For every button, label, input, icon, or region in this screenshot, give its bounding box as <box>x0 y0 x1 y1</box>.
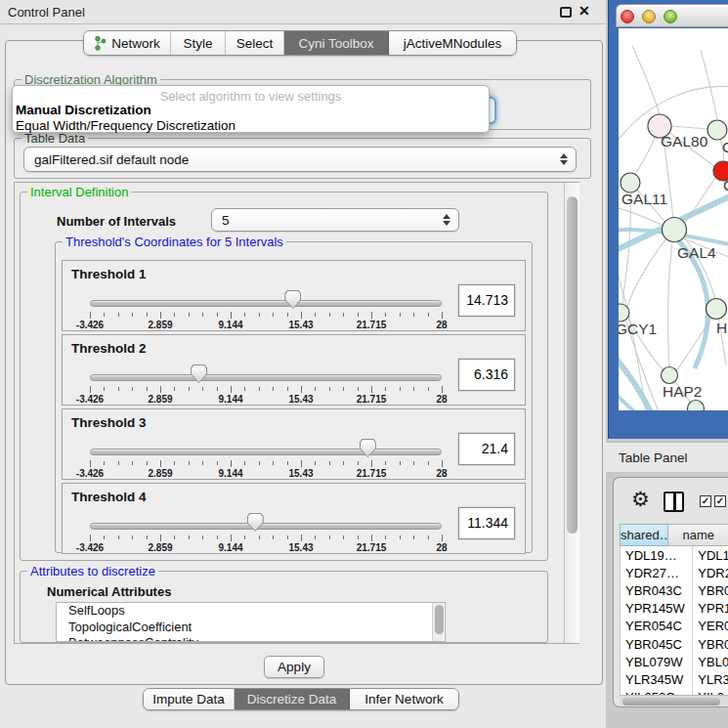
slider-tick-label: 2.859 <box>148 542 172 553</box>
node-gal4[interactable] <box>663 218 687 242</box>
number-of-intervals-label: Number of Intervals <box>57 214 176 229</box>
slider-track[interactable] <box>90 523 442 530</box>
threshold-panel: Threshold 2 -3.4262.8599.14415.4321.7152… <box>62 334 526 406</box>
minimize-traffic-light-icon[interactable] <box>642 10 656 23</box>
slider-track[interactable] <box>90 374 442 381</box>
float-window-icon[interactable] <box>560 7 572 18</box>
list-scrollbar[interactable] <box>432 603 444 641</box>
close-traffic-light-icon[interactable] <box>621 10 634 23</box>
slider-tick-label: 15.43 <box>288 320 313 330</box>
tab-infer-network[interactable]: Infer Network <box>350 689 458 709</box>
tab-discretize-data-label: Discretize Data <box>247 692 337 707</box>
checkbox-icon[interactable]: ✓ <box>714 495 726 507</box>
node-hap2[interactable] <box>662 367 678 384</box>
top-tab-bar: Network Style Select Cyni Toolbox jActiv… <box>83 30 517 56</box>
slider-tick-label: 2.859 <box>148 320 172 330</box>
node-h[interactable] <box>707 299 727 320</box>
zoom-traffic-light-icon[interactable] <box>664 10 677 23</box>
node-table: shared… name YDL19…YDL1YDR27…YDR2YBR043C… <box>620 524 728 706</box>
slider-track[interactable] <box>90 449 442 455</box>
algorithm-dropdown-popup: Select algorithm to view settings Manual… <box>12 85 490 133</box>
slider-tick-label: -3.426 <box>76 542 104 553</box>
tab-discretize-data[interactable]: Discretize Data <box>235 689 350 709</box>
tab-jactivemnodules[interactable]: jActiveMNodules <box>389 31 516 55</box>
slider-tick-label: -3.426 <box>76 320 104 330</box>
attribute-list-item[interactable]: SelfLoops <box>57 603 445 620</box>
table-row[interactable]: YER054CYER0 <box>621 618 728 635</box>
threshold-label: Threshold 2 <box>71 341 147 356</box>
table-row[interactable]: YDR27…YDR2 <box>621 564 728 581</box>
threshold-value-field[interactable]: 6.316 <box>458 359 515 391</box>
tab-style-label: Style <box>183 36 212 51</box>
slider-thumb[interactable] <box>191 364 207 383</box>
vertical-scrollbar[interactable] <box>564 183 579 643</box>
node-partial-top[interactable] <box>707 120 727 140</box>
tab-impute-data[interactable]: Impute Data <box>144 689 235 709</box>
node-label-gal11: GAL11 <box>621 191 667 207</box>
close-icon[interactable]: ✕ <box>578 3 590 19</box>
threshold-label: Threshold 1 <box>71 267 147 281</box>
checkbox-icon[interactable]: ✓ <box>700 495 711 507</box>
slider-tick-label: 21.715 <box>357 468 387 479</box>
node-label-hap2: HAP2 <box>663 383 703 400</box>
table-row[interactable]: YBL079WYBL0 <box>621 653 728 670</box>
horizontal-scrollbar-thumb[interactable] <box>622 698 720 706</box>
table-data-combobox[interactable]: galFiltered.sif default node <box>23 147 577 172</box>
table-row[interactable]: YBR045CYBR0 <box>621 635 728 653</box>
slider-thumb[interactable] <box>247 513 264 532</box>
tab-select[interactable]: Select <box>226 31 284 55</box>
gear-icon[interactable]: ⚙ <box>631 488 650 511</box>
list-scrollbar-thumb[interactable] <box>435 605 444 634</box>
tab-style[interactable]: Style <box>171 31 226 55</box>
slider-track[interactable] <box>90 300 442 307</box>
tab-cyni-toolbox[interactable]: Cyni Toolbox <box>284 31 389 55</box>
column-header-name[interactable]: name <box>668 524 728 546</box>
menu-item-manual-discretization[interactable]: Manual Discretization <box>16 103 151 117</box>
vertical-scrollbar-thumb[interactable] <box>567 196 578 534</box>
threshold-panel: Threshold 4 -3.4262.8599.14415.4321.7152… <box>62 483 526 554</box>
slider-tick-label: 28 <box>436 320 447 330</box>
node-gal11[interactable] <box>621 173 640 193</box>
attribute-list-item[interactable]: TopologicalCoefficient <box>57 620 445 636</box>
control-panel-titlebar: Control Panel ✕ <box>0 0 606 24</box>
slider-thumb[interactable] <box>284 290 301 309</box>
node-label-partial-c: C <box>723 177 728 193</box>
number-of-intervals-combobox[interactable]: 5 <box>211 208 459 232</box>
threshold-value-field[interactable]: 11.344 <box>458 507 515 539</box>
table-row[interactable]: YLR345WYLR3 <box>621 670 728 688</box>
node-label-partial-g: G <box>722 139 728 155</box>
network-window-titlebar <box>616 4 728 27</box>
slider-tick-label: -3.426 <box>76 468 104 479</box>
algorithm-hint: Select algorithm to view settings <box>13 89 489 104</box>
table-panel-titlebar: Table Panel <box>606 442 728 473</box>
threshold-value-field[interactable]: 14.713 <box>458 284 515 317</box>
numerical-attributes-list[interactable]: SelfLoopsTopologicalCoefficientBetweenne… <box>56 602 446 642</box>
node-label-gal80: GAL80 <box>661 133 708 150</box>
table-row[interactable]: YDL19…YDL1 <box>621 546 728 564</box>
node-label-gcy1: GCY1 <box>619 321 657 337</box>
horizontal-scrollbar[interactable] <box>620 695 728 706</box>
tab-select-label: Select <box>236 36 274 51</box>
slider-tick-label: -3.426 <box>76 394 104 405</box>
table-row[interactable]: YPR145WYPR1 <box>621 600 728 618</box>
tab-cyni-toolbox-label: Cyni Toolbox <box>298 36 373 51</box>
tab-network-label: Network <box>111 36 160 51</box>
table-header-row: shared… name <box>620 524 728 546</box>
attribute-list-item[interactable]: BetweennessCentrality <box>57 635 445 642</box>
slider-tick-label: 28 <box>436 542 447 553</box>
slider-tick-label: 2.859 <box>148 394 172 405</box>
tab-jactivemnodules-label: jActiveMNodules <box>404 36 502 51</box>
threshold-value-field[interactable]: 21.4 <box>458 433 515 465</box>
columns-icon[interactable] <box>664 492 684 512</box>
node-label-gal4: GAL4 <box>677 244 716 261</box>
column-header-shared-name[interactable]: shared… <box>620 524 668 546</box>
table-row[interactable]: YBR043CYBR0 <box>621 581 728 599</box>
menu-item-equal-width-frequency[interactable]: Equal Width/Frequency Discretization <box>16 118 236 133</box>
table-panel-window: ⚙ ✓ ✓ shared… name YDL19…YDL1YDR27…YDR2Y… <box>613 477 728 707</box>
tab-network[interactable]: Network <box>84 31 171 55</box>
slider-thumb[interactable] <box>360 439 376 457</box>
tab-infer-network-label: Infer Network <box>364 692 443 707</box>
network-canvas[interactable]: GAL80 G C GAL11 GAL4 GCY1 H HAP2 <box>619 28 728 410</box>
apply-button[interactable]: Apply <box>264 656 324 678</box>
slider-tick-label: 21.715 <box>357 320 387 330</box>
